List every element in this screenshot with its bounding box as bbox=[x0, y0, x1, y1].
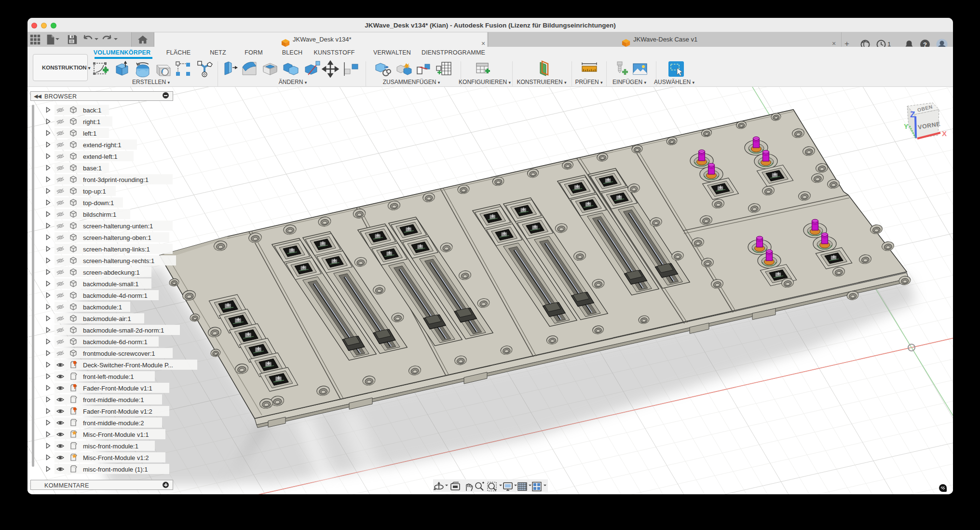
svg-text:Y: Y bbox=[904, 123, 909, 130]
svg-text:X: X bbox=[942, 129, 947, 138]
svg-text:Z: Z bbox=[910, 110, 915, 119]
